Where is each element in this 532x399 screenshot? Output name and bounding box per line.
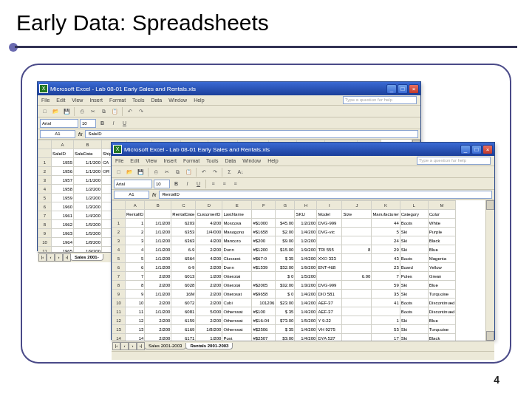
cell[interactable]: 6159 bbox=[171, 316, 196, 325]
cell[interactable]: Moscosa bbox=[222, 219, 252, 228]
cell[interactable]: 1/1/200 bbox=[74, 167, 102, 176]
cell[interactable]: 5 bbox=[372, 228, 400, 236]
cut-icon[interactable]: ✂ bbox=[88, 106, 98, 116]
row-header[interactable]: 4 bbox=[112, 245, 126, 254]
cell[interactable]: 2/200 bbox=[196, 263, 222, 272]
cell[interactable]: #$2005 bbox=[252, 281, 276, 290]
cell[interactable]: $ 0 bbox=[276, 272, 295, 281]
cell[interactable]: Otherssat bbox=[222, 325, 252, 334]
select-all-cell[interactable] bbox=[112, 201, 126, 210]
menu-help[interactable]: Help bbox=[194, 98, 204, 103]
cell[interactable]: 6081 bbox=[171, 307, 196, 316]
cell[interactable]: 35 bbox=[372, 290, 400, 299]
cell[interactable]: 4/200 bbox=[196, 219, 222, 228]
cell[interactable]: 6013 bbox=[171, 272, 196, 281]
row-header[interactable]: 12 bbox=[112, 316, 126, 325]
row-header[interactable] bbox=[112, 210, 126, 219]
cell[interactable]: #$200 bbox=[252, 236, 276, 245]
cell[interactable]: #$2506 bbox=[252, 325, 276, 334]
cell[interactable]: 3 bbox=[126, 236, 145, 245]
cell[interactable]: 1/4/200 bbox=[295, 254, 317, 263]
cell[interactable] bbox=[342, 290, 372, 299]
cell[interactable]: 2/200 bbox=[196, 245, 222, 254]
cell[interactable]: 5/000 bbox=[196, 307, 222, 316]
cell[interactable]: 1/9/200 bbox=[74, 247, 102, 253]
row-header[interactable]: 9 bbox=[112, 290, 126, 299]
cell[interactable]: White bbox=[428, 219, 456, 228]
sheet-tab[interactable]: Rentals 2001-2003 bbox=[185, 343, 233, 349]
row-header[interactable]: 5 bbox=[112, 254, 126, 263]
cell[interactable]: 1955 bbox=[52, 158, 74, 167]
cell[interactable] bbox=[342, 254, 372, 263]
row-header[interactable]: 9 bbox=[38, 229, 52, 238]
cell[interactable]: Boots bbox=[400, 307, 428, 316]
cell[interactable]: #$16-04 bbox=[252, 316, 276, 325]
cell[interactable]: 6169 bbox=[171, 325, 196, 334]
cell[interactable]: $45.00 bbox=[276, 219, 295, 228]
cell[interactable]: 41 bbox=[372, 299, 400, 307]
cell[interactable] bbox=[342, 325, 372, 334]
cell[interactable]: 16M bbox=[171, 290, 196, 299]
cell[interactable]: Grean bbox=[428, 272, 456, 281]
cell[interactable]: Black bbox=[428, 334, 456, 341]
cell[interactable]: 6.00 bbox=[342, 272, 372, 281]
tab-nav-prev[interactable]: ‹ bbox=[120, 342, 129, 350]
cell[interactable] bbox=[342, 299, 372, 307]
cell[interactable]: 1/4/000 bbox=[196, 228, 222, 236]
font-size-select[interactable]: 10 bbox=[154, 180, 170, 188]
cell[interactable]: Dunn bbox=[222, 263, 252, 272]
cell[interactable]: 2/200 bbox=[145, 272, 171, 281]
cell[interactable]: 1/1/200 bbox=[145, 254, 171, 263]
cell[interactable]: 1/5/200 bbox=[74, 229, 102, 238]
cell[interactable]: Purple bbox=[428, 228, 456, 236]
font-select[interactable]: Arial bbox=[114, 180, 152, 188]
cell[interactable]: DVG-999 bbox=[317, 219, 342, 228]
col-header[interactable]: C bbox=[171, 201, 196, 210]
cell[interactable]: Ski bbox=[400, 236, 428, 245]
cell[interactable]: Size bbox=[342, 210, 372, 219]
cell[interactable]: Ski bbox=[400, 281, 428, 290]
row-header[interactable]: 14 bbox=[112, 334, 126, 341]
save-icon[interactable]: 💾 bbox=[62, 106, 72, 116]
cell[interactable] bbox=[342, 263, 372, 272]
cell[interactable]: Ski bbox=[400, 228, 428, 236]
cell[interactable]: $2.00 bbox=[276, 228, 295, 236]
cell[interactable]: Ski bbox=[400, 316, 428, 325]
cell[interactable]: 44 bbox=[372, 219, 400, 228]
row-header[interactable]: 13 bbox=[112, 325, 126, 334]
cell[interactable]: 10 bbox=[126, 299, 145, 307]
open-icon[interactable]: 📂 bbox=[125, 167, 134, 177]
cell[interactable]: 23 bbox=[372, 263, 400, 272]
cell[interactable]: 1965 bbox=[52, 247, 74, 253]
name-box[interactable]: A1 bbox=[40, 130, 75, 138]
cell[interactable]: 5 bbox=[126, 254, 145, 263]
cell[interactable]: 1963 bbox=[52, 229, 74, 238]
cell[interactable]: 8 bbox=[342, 245, 372, 254]
row-header[interactable]: 3 bbox=[112, 236, 126, 245]
cell[interactable]: 1956 bbox=[52, 167, 74, 176]
cell[interactable]: 1/2/200 bbox=[295, 219, 317, 228]
row-header[interactable]: 5 bbox=[38, 194, 52, 202]
cell[interactable]: Discontinued bbox=[428, 299, 456, 307]
cell[interactable]: DVG-vic bbox=[317, 228, 342, 236]
cell[interactable]: $ 35 bbox=[276, 254, 295, 263]
redo-icon[interactable]: ↷ bbox=[136, 106, 146, 116]
cell[interactable]: XXO 333 bbox=[317, 254, 342, 263]
new-icon[interactable]: □ bbox=[40, 106, 50, 116]
row-header[interactable]: 8 bbox=[38, 220, 52, 229]
sheet-tab[interactable]: Sales 2001- bbox=[70, 254, 103, 261]
italic-icon[interactable]: I bbox=[183, 179, 192, 188]
cell[interactable]: 1/4/200 bbox=[295, 290, 317, 299]
help-search-box[interactable]: Type a question for help bbox=[343, 96, 417, 104]
cell[interactable]: $23.00 bbox=[276, 299, 295, 307]
menu-view[interactable]: View bbox=[72, 98, 83, 103]
col-header[interactable]: B bbox=[145, 201, 171, 210]
row-header[interactable]: 10 bbox=[112, 299, 126, 307]
cell[interactable]: TRI 555 bbox=[317, 245, 342, 254]
cell[interactable]: DYA 527 bbox=[317, 334, 342, 341]
row-header[interactable]: 11 bbox=[38, 247, 52, 253]
cell[interactable]: 1/1/200 bbox=[74, 176, 102, 185]
cell[interactable]: 9 bbox=[126, 290, 145, 299]
row-header[interactable]: 7 bbox=[112, 272, 126, 281]
bold-icon[interactable]: B bbox=[98, 118, 107, 128]
